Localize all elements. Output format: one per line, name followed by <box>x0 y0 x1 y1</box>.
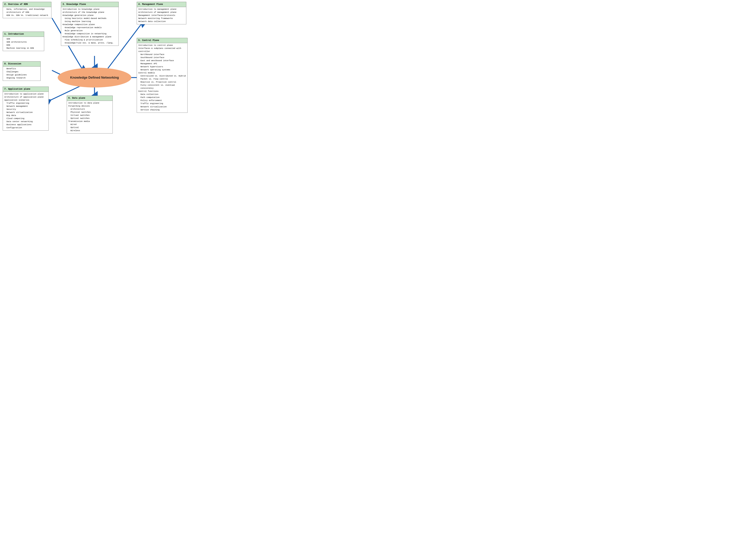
box-8-item-1: Challenges <box>4 70 39 73</box>
box-2-header: 2. Overview of KDN <box>3 2 51 7</box>
box-1-item-0: SDN <box>4 38 43 41</box>
box-5-item-12: Fully consistent vs. eventual consistenc… <box>138 84 186 90</box>
box-5-item-17: Traffic engineering <box>138 102 186 105</box>
box-5-item-18: Network virtualization <box>138 105 186 108</box>
box-5-item-7: Network operating systems <box>138 68 186 71</box>
box-6: 6. Data plane Introduction to data plane… <box>67 96 113 133</box>
box-3-item-3: Using heuristic model-based methods <box>63 17 117 20</box>
box-7-item-5: Security <box>4 108 47 111</box>
box-5-item-11: Reactive vs. Proactive control <box>138 81 186 84</box>
box-1-header: 1. Introduction <box>3 32 44 37</box>
oval-label: Knowledge Defined Networking <box>70 76 119 80</box>
box-7-item-10: Business applications <box>4 123 47 126</box>
box-5-item-5: Management API <box>138 62 186 65</box>
box-3: 3. Knowledge Plane Introduction to knowl… <box>61 2 119 46</box>
box-6-item-5: Optical switches <box>68 117 111 120</box>
box-4: 4. Management Plane Introduction to mana… <box>137 2 186 24</box>
box-8-item-0: Benefits <box>4 67 39 70</box>
box-7: 7. Application plane Introduction to app… <box>3 87 49 131</box>
box-4-item-1: Architecture of management plane <box>138 11 185 14</box>
box-4-item-3: Network monitoring frameworks <box>138 17 185 20</box>
box-5-item-19: Service chaining <box>138 108 186 111</box>
box-6-header: 6. Data plane <box>67 96 113 101</box>
box-7-item-9: Data center networking <box>4 120 47 123</box>
box-6-item-2: Architecture <box>68 108 111 111</box>
box-5: 5. Control Plane Introduction to control… <box>137 38 188 113</box>
box-6-item-8: Optical <box>68 126 111 129</box>
box-3-item-8: Knowledge composition in networking <box>63 32 117 35</box>
box-7-item-3: Traffic engineering <box>4 102 47 105</box>
box-7-item-8: Cloud computing <box>4 117 47 120</box>
box-8-item-3: Ongoing research <box>4 76 39 80</box>
box-3-item-2: Knowledge generation plane <box>63 14 117 17</box>
diagram-container: 2. Overview of KDN Data, information, an… <box>0 0 189 135</box>
box-4-item-2: Management interfaces/protocols <box>138 14 185 17</box>
box-2-item-0: Data, information, and Knowledge <box>4 8 50 11</box>
box-3-item-10: Flow scheduling & prioritization <box>63 38 117 41</box>
box-5-item-8: Control models <box>138 71 186 74</box>
box-8-item-2: Design guidelines <box>4 73 39 76</box>
box-3-header: 3. Knowledge Plane <box>61 2 118 7</box>
box-5-item-0: Introduction to control plane <box>138 44 186 47</box>
box-5-item-3: Southbound interface <box>138 56 186 59</box>
box-6-item-9: Wireless <box>68 129 111 132</box>
box-1-item-3: Machine learning in KDN <box>4 47 43 50</box>
box-6-item-4: Virtual switches <box>68 114 111 117</box>
box-5-item-16: Policy enforcement <box>138 99 186 102</box>
box-7-item-7: Big data <box>4 114 47 117</box>
box-5-item-13: Control functions <box>138 90 186 93</box>
box-7-item-6: Network virtualization <box>4 111 47 114</box>
box-3-item-7: Rule generation <box>63 29 117 32</box>
box-3-item-0: Introduction to knowledge plane <box>63 8 117 11</box>
box-5-item-4: East and westbound interface <box>138 59 186 62</box>
box-8: 8. Discussion Benefits Challenges Design… <box>3 61 41 81</box>
box-5-item-9: Centralized vs. Distributed vs. Hybrid <box>138 74 186 78</box>
box-3-item-6: Knowledge representation models <box>63 26 117 29</box>
box-5-item-2: Northbound interface <box>138 53 186 56</box>
box-6-item-0: Introduction to data plane <box>68 102 111 105</box>
box-7-header: 7. Application plane <box>3 87 49 92</box>
box-4-item-4: Network data collection <box>138 20 185 23</box>
box-3-item-4: Using machine learning <box>63 20 117 23</box>
box-5-header: 5. Control Plane <box>137 38 187 43</box>
center-oval: Knowledge Defined Networking <box>58 68 131 87</box>
box-2-item-1: Architecture of KDN <box>4 11 50 14</box>
box-3-item-1: Architecture of the knowledge plane <box>63 11 117 14</box>
box-2: 2. Overview of KDN Data, information, an… <box>3 2 51 18</box>
box-5-item-14: Data collection <box>138 93 186 96</box>
box-1-item-1: SDN architectures <box>4 41 43 44</box>
box-7-item-2: Application scenarios <box>4 99 47 102</box>
box-7-item-11: Configuration <box>4 126 47 129</box>
box-7-item-0: Introduction to application plane <box>4 93 47 96</box>
box-2-item-2: KDN Vs. SDN Vs. traditional network <box>4 14 50 17</box>
box-6-item-6: Transmission media <box>68 120 111 123</box>
box-6-item-7: Wired <box>68 123 111 126</box>
box-3-item-5: Knowledge composition plane <box>63 23 117 26</box>
box-5-item-15: Path computation <box>138 96 186 99</box>
box-4-header: 4. Management Plane <box>137 2 186 7</box>
box-7-item-1: Architecture of application plane <box>4 96 47 99</box>
box-1: 1. Introduction SDN SDN architectures KD… <box>3 32 44 51</box>
box-3-item-11: Knowledge/rule exc. & mana. proto. /lang… <box>63 41 117 45</box>
box-6-item-1: Forwarding devices <box>68 105 111 108</box>
box-5-item-6: Network hypervisors <box>138 65 186 68</box>
box-5-item-1: Interfaces & subplans connected with con… <box>138 47 186 53</box>
box-6-item-3: Physical switches <box>68 111 111 114</box>
box-8-header: 8. Discussion <box>3 62 40 67</box>
box-4-item-0: Introduction to management plane <box>138 8 185 11</box>
box-5-item-10: Packet vs. Flow control <box>138 78 186 81</box>
box-3-item-9: Knowledge distribution & management plan… <box>63 35 117 38</box>
box-1-item-2: KDN <box>4 44 43 47</box>
box-7-item-4: Network management <box>4 105 47 108</box>
